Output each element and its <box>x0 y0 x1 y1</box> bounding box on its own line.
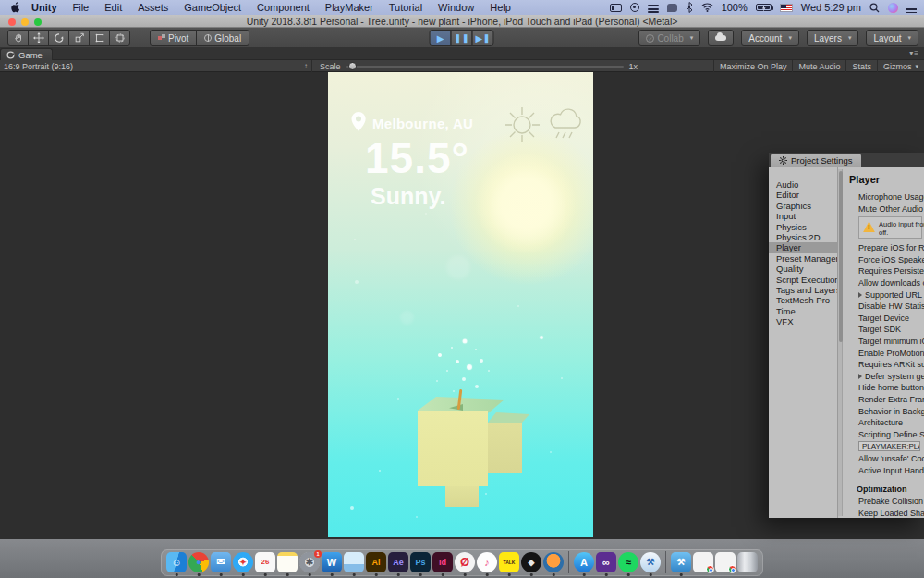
menu-window[interactable]: Window <box>438 2 474 13</box>
game-button-mute-audio[interactable]: Mute Audio <box>792 60 845 72</box>
menu-help[interactable]: Help <box>490 2 511 13</box>
setting-row-requires-arkit-supp[interactable]: Requires ARKit supp <box>849 359 924 371</box>
settings-category-quality[interactable]: Quality <box>769 264 837 274</box>
dock-icon-indesign[interactable]: Id <box>432 552 453 572</box>
display-icon[interactable] <box>610 4 622 12</box>
dock-icon-blocked-app[interactable]: Ø <box>455 552 475 572</box>
dock-icon-chrome-window-1[interactable] <box>693 552 713 572</box>
minimize-window-button[interactable] <box>21 18 29 26</box>
scale-slider-knob[interactable] <box>348 62 357 70</box>
settings-category-script-execution[interactable]: Script Execution <box>769 275 837 285</box>
settings-category-vfx[interactable]: VFX <box>769 316 837 326</box>
zoom-window-button[interactable] <box>34 18 42 26</box>
dock-icon-after-effects[interactable]: Ae <box>388 552 408 572</box>
tab-game[interactable]: Game <box>0 48 53 60</box>
menu-bar-clock[interactable]: Wed 5:29 pm <box>801 2 861 13</box>
dock-icon-trash[interactable] <box>737 552 758 572</box>
spotlight-icon[interactable] <box>869 3 880 13</box>
setting-row-requires-persistent[interactable]: Requires Persistent <box>849 265 924 277</box>
siri-icon[interactable] <box>888 3 898 13</box>
setting-row-active-input-handlin[interactable]: Active Input Handlin <box>849 465 924 477</box>
close-window-button[interactable] <box>8 18 16 26</box>
settings-category-time[interactable]: Time <box>769 306 837 316</box>
dock-icon-itunes[interactable]: ♪ <box>477 552 497 572</box>
dock-icon-finder[interactable]: ☺ <box>166 552 187 572</box>
pane-menu-icon[interactable]: ▾≡ <box>909 49 919 57</box>
setting-row-supported-url-sc[interactable]: Supported URL sc <box>849 289 924 301</box>
battery-icon[interactable] <box>756 4 772 11</box>
transform-tool-button[interactable] <box>109 30 130 46</box>
setting-row-enable-promotion-s[interactable]: Enable ProMotion S <box>849 348 924 360</box>
dock-icon-unity[interactable]: ◆ <box>521 552 541 572</box>
dock-icon-safari[interactable]: ✦ <box>233 552 253 572</box>
setting-row-allow-downloads-ov[interactable]: Allow downloads ov <box>849 277 924 289</box>
game-button-stats[interactable]: Stats <box>845 60 877 72</box>
apple-menu[interactable] <box>11 2 20 13</box>
settings-category-editor[interactable]: Editor <box>769 190 837 200</box>
setting-row-architecture[interactable]: Architecture <box>849 417 924 429</box>
menu-playmaker[interactable]: PlayMaker <box>325 2 373 13</box>
settings-category-preset-manager[interactable]: Preset Manager <box>769 253 837 264</box>
menu-unity[interactable]: Unity <box>31 2 57 13</box>
settings-category-physics-2d[interactable]: Physics 2D <box>769 232 837 242</box>
settings-category-tags-and-layers[interactable]: Tags and Layers <box>769 285 837 295</box>
dock-icon-illustrator[interactable]: Ai <box>366 552 386 572</box>
menu-assets[interactable]: Assets <box>138 2 168 13</box>
game-button-gizmos[interactable]: Gizmos▾ <box>877 60 924 72</box>
dock-icon-xcode[interactable]: ⚒ <box>640 552 661 572</box>
settings-category-physics[interactable]: Physics <box>769 222 837 232</box>
dock-icon-system-preferences[interactable]: ✱1 <box>299 552 320 572</box>
setting-row-defer-system-gest[interactable]: Defer system gest <box>849 371 924 383</box>
menu-tutorial[interactable]: Tutorial <box>389 2 422 13</box>
dock-icon-notes[interactable] <box>277 552 298 572</box>
account-dropdown[interactable]: Account▾ <box>741 30 799 46</box>
cloud-services-button[interactable] <box>708 30 734 46</box>
setting-row-force-ios-speakers[interactable]: Force iOS Speakers <box>849 254 924 266</box>
play-button[interactable]: ▶ <box>430 30 452 46</box>
menu-edit[interactable]: Edit <box>104 2 122 13</box>
collab-dropdown[interactable]: ✓Collab▾ <box>638 30 700 46</box>
menu-file[interactable]: File <box>73 2 90 13</box>
keyboard-icon[interactable] <box>648 4 659 12</box>
step-button[interactable]: ▶❚ <box>472 30 494 46</box>
notification-center-icon[interactable] <box>906 4 917 12</box>
setting-row-keep-loaded-shade[interactable]: Keep Loaded Shade <box>849 508 924 518</box>
layout-dropdown[interactable]: Layout▾ <box>866 30 918 46</box>
settings-category-graphics[interactable]: Graphics <box>769 201 837 211</box>
setting-row-target-minimum-io[interactable]: Target minimum iO <box>849 336 924 348</box>
settings-category-player[interactable]: Player <box>769 242 837 252</box>
dock-icon-calendar[interactable]: 26 <box>255 552 275 572</box>
dock-icon-word[interactable]: W <box>322 552 342 572</box>
bluetooth-icon[interactable] <box>686 2 693 13</box>
dock-icon-photoshop[interactable]: Ps <box>410 552 431 572</box>
tab-project-settings[interactable]: Project Settings <box>771 154 861 167</box>
game-button-maximize-on-play[interactable]: Maximize On Play <box>713 60 793 72</box>
menu-gameobject[interactable]: GameObject <box>184 2 241 13</box>
scale-tool-button[interactable] <box>68 30 90 46</box>
setting-row-prepare-ios-for-reco[interactable]: Prepare iOS for Reco <box>849 242 924 254</box>
setting-row-hide-home-button-o[interactable]: Hide home button o <box>849 382 924 394</box>
dock-icon-kakaotalk[interactable]: TALK <box>499 552 519 572</box>
dock-icon-visual-studio[interactable]: ∞ <box>596 552 616 572</box>
foldout-arrow-icon[interactable] <box>858 292 862 298</box>
setting-row-target-sdk[interactable]: Target SDK <box>849 324 924 336</box>
rotate-tool-button[interactable] <box>48 30 69 46</box>
setting-row-behavior-in-backgro[interactable]: Behavior in Backgro <box>849 406 924 418</box>
dock-icon-photos[interactable] <box>344 552 364 572</box>
menu-component[interactable]: Component <box>257 2 310 13</box>
dock-icon-app-store[interactable]: A <box>574 552 594 572</box>
wifi-icon[interactable] <box>701 3 713 12</box>
dock-icon-chrome[interactable]: ● <box>188 552 209 572</box>
dock-icon-mail[interactable]: ✉ <box>211 552 231 572</box>
rect-tool-button[interactable] <box>89 30 110 46</box>
dock-icon-chrome-window-2[interactable] <box>715 552 736 572</box>
setting-row-disable-hw-statistic[interactable]: Disable HW Statistic <box>849 301 924 313</box>
setting-row-microphone-usage-d[interactable]: Microphone Usage D <box>849 191 924 203</box>
hand-tool-button[interactable] <box>7 30 29 46</box>
scale-slider[interactable] <box>346 66 624 68</box>
layers-dropdown[interactable]: Layers▾ <box>807 30 859 46</box>
dock-icon-spotify[interactable]: ≈ <box>618 552 638 572</box>
setting-row-mute-other-audio-s[interactable]: Mute Other Audio S <box>849 203 924 215</box>
setting-row-allow-unsafe-code[interactable]: Allow 'unsafe' Code <box>849 453 924 465</box>
dock-icon-developer-folder[interactable]: ⚒ <box>671 552 691 572</box>
